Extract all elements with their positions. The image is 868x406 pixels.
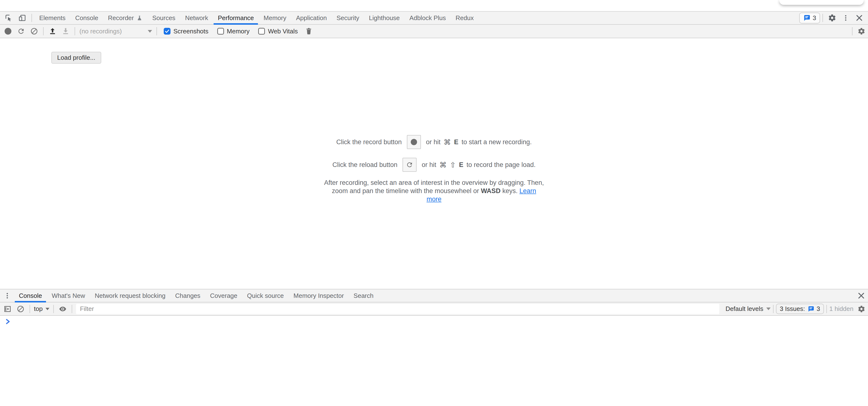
drawer-tab-whats-new[interactable]: What's New: [48, 290, 89, 302]
reload-and-record-button[interactable]: [14, 25, 28, 38]
record-button-inline[interactable]: [407, 135, 421, 149]
main-tab-bar: Elements Console Recorder Sources Networ…: [0, 11, 868, 25]
toolbar-separator: [773, 305, 774, 313]
capture-settings-gear-icon[interactable]: [855, 25, 868, 38]
reload-button-inline[interactable]: [403, 158, 416, 172]
log-levels-select[interactable]: Default levels: [725, 305, 771, 313]
chevron-down-icon: [148, 30, 152, 33]
load-profile-button[interactable]: [46, 25, 59, 38]
record-button[interactable]: [1, 25, 14, 38]
tab-console[interactable]: Console: [71, 11, 102, 24]
clear-recordings-icon[interactable]: [28, 25, 41, 38]
screenshots-checkbox[interactable]: Screenshots: [164, 25, 209, 38]
record-icon: [5, 28, 11, 35]
checkbox-checked-icon: [164, 28, 170, 35]
performance-panel-content: Click the record button or hit ⌘ E to st…: [0, 38, 868, 289]
command-key-symbol: ⌘: [439, 161, 446, 169]
load-profile-tooltip: Load profile...: [51, 52, 101, 64]
shortcut-key: E: [454, 138, 459, 146]
toolbar-spacer: [315, 25, 849, 38]
tab-sources[interactable]: Sources: [148, 11, 180, 24]
recordings-select[interactable]: (no recordings): [80, 25, 152, 38]
toolbar-separator: [852, 27, 852, 35]
performance-toolbar: (no recordings) Screenshots Memory Web V…: [0, 25, 868, 38]
device-toolbar-icon[interactable]: [16, 11, 29, 24]
empty-state-instructions: Click the record button or hit ⌘ E to st…: [324, 135, 544, 203]
console-issues-count: 3: [817, 305, 820, 313]
toolbar-separator: [30, 305, 30, 313]
console-prompt-chevron-icon: [5, 319, 11, 325]
tab-recorder[interactable]: Recorder: [104, 11, 147, 24]
command-key-symbol: ⌘: [444, 138, 451, 146]
toolbar-separator: [72, 305, 72, 313]
drawer-tab-memory-inspector[interactable]: Memory Inspector: [289, 290, 348, 302]
toolbar-separator: [74, 27, 75, 35]
chevron-down-icon: [766, 307, 771, 310]
tab-redux[interactable]: Redux: [452, 11, 478, 24]
reload-instruction-line: Click the reload button or hit ⌘ ⇧ E to …: [324, 158, 544, 172]
usage-hint-paragraph: After recording, select an area of inter…: [324, 178, 544, 203]
javascript-context-select[interactable]: top: [34, 305, 50, 313]
tab-memory[interactable]: Memory: [259, 11, 290, 24]
hidden-messages-count: 1 hidden: [829, 305, 854, 313]
drawer-tab-network-request-blocking[interactable]: Network request blocking: [91, 290, 169, 302]
console-settings-gear-icon[interactable]: [855, 305, 868, 313]
trash-icon[interactable]: [302, 25, 315, 38]
close-devtools-icon[interactable]: [852, 14, 866, 22]
shift-key-symbol: ⇧: [450, 161, 456, 169]
page-top-strip: [0, 0, 868, 11]
console-toolbar: top Default levels 3 Issues: 3 1 hidden: [0, 302, 868, 316]
tab-network[interactable]: Network: [181, 11, 212, 24]
eye-icon[interactable]: [56, 305, 69, 313]
toolbar-separator: [53, 305, 54, 313]
drawer-tab-bar: Console What's New Network request block…: [0, 289, 868, 302]
drawer-more-tabs-kebab-icon[interactable]: [0, 290, 14, 302]
drawer-tab-coverage[interactable]: Coverage: [206, 290, 242, 302]
issues-counter-button[interactable]: 3: [799, 12, 820, 24]
toolbar-separator: [156, 27, 157, 35]
drawer-tab-changes[interactable]: Changes: [171, 290, 205, 302]
tab-lighthouse[interactable]: Lighthouse: [365, 11, 404, 24]
experiment-beaker-icon: [136, 15, 143, 21]
tab-adblock-plus[interactable]: Adblock Plus: [405, 11, 450, 24]
chevron-down-icon: [45, 308, 50, 310]
checkbox-unchecked-icon: [217, 28, 224, 35]
toolbar-separator: [43, 27, 43, 35]
close-drawer-icon[interactable]: [855, 290, 868, 302]
tab-security[interactable]: Security: [332, 11, 363, 24]
checkbox-unchecked-icon: [258, 28, 265, 35]
drawer-tab-console[interactable]: Console: [15, 290, 46, 302]
tab-elements[interactable]: Elements: [35, 11, 69, 24]
tab-performance[interactable]: Performance: [214, 11, 258, 24]
issues-count: 3: [813, 14, 816, 22]
issues-bubble-icon: [803, 14, 810, 22]
console-message-area[interactable]: [0, 316, 868, 406]
tab-application[interactable]: Application: [292, 11, 331, 24]
inspect-element-icon[interactable]: [2, 11, 16, 24]
record-instruction-line: Click the record button or hit ⌘ E to st…: [324, 135, 544, 149]
browser-popup-corner: [779, 0, 864, 5]
web-vitals-checkbox[interactable]: Web Vitals: [258, 25, 298, 38]
toolbar-separator: [826, 305, 827, 313]
toolbar-separator: [823, 14, 823, 22]
settings-gear-icon[interactable]: [826, 14, 839, 22]
console-issues-button[interactable]: 3 Issues: 3: [776, 304, 824, 314]
memory-checkbox[interactable]: Memory: [217, 25, 250, 38]
drawer-tab-search[interactable]: Search: [349, 290, 378, 302]
clear-console-icon[interactable]: [14, 305, 27, 313]
drawer-tab-quick-source[interactable]: Quick source: [243, 290, 288, 302]
console-sidebar-toggle-icon[interactable]: [1, 305, 14, 313]
save-profile-button[interactable]: [59, 25, 72, 38]
record-icon: [411, 139, 417, 145]
more-options-kebab-icon[interactable]: [839, 14, 852, 22]
shortcut-key: E: [459, 161, 463, 169]
toolbar-separator: [31, 14, 32, 22]
tab-bar-right-controls: 3: [799, 11, 868, 24]
devtools-window: Elements Console Recorder Sources Networ…: [0, 11, 868, 406]
console-filter-input[interactable]: [76, 304, 719, 314]
issues-bubble-icon: [807, 306, 814, 312]
